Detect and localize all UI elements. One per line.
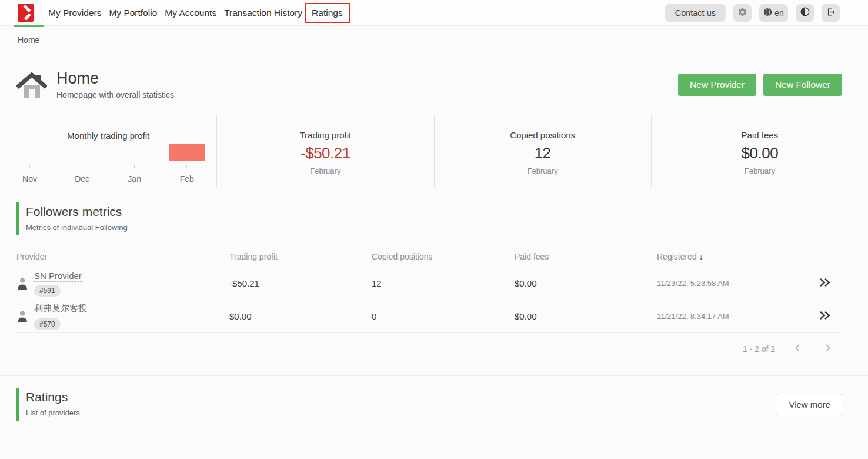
language-label: en	[774, 8, 784, 18]
paid-fees-cell: Paid fees $0.00 February	[651, 115, 868, 188]
theme-toggle-button[interactable]	[796, 4, 814, 22]
cell-paid-fees: $0.00	[515, 278, 657, 288]
breadcrumb[interactable]: Home	[18, 35, 39, 45]
row-details-button[interactable]	[819, 278, 842, 289]
chevron-right-icon	[822, 342, 833, 355]
table-header-row: Provider Trading profit Copied positions…	[16, 246, 842, 267]
new-provider-button[interactable]: New Provider	[678, 74, 756, 96]
annotation-highlight-box: Ratings	[305, 3, 350, 23]
breadcrumb-bar: Home	[0, 26, 868, 54]
provider-name-link[interactable]: 利弗莫尔客投	[34, 303, 87, 315]
stat-period: February	[310, 167, 340, 175]
provider-name-link[interactable]: SN Provider	[34, 271, 82, 282]
col-trading-profit: Trading profit	[229, 252, 372, 261]
row-details-button[interactable]	[819, 311, 842, 322]
monthly-trading-profit-cell: Monthly trading profit NovDecJanFeb	[0, 115, 216, 188]
chart-tick-label: Jan	[108, 174, 161, 184]
stat-value: -$50.21	[301, 144, 350, 162]
settings-button[interactable]	[733, 4, 752, 22]
exit-icon	[826, 7, 836, 19]
trading-profit-cell: Trading profit -$50.21 February	[216, 115, 433, 188]
stat-label: Copied positions	[510, 130, 575, 140]
page-header-titles: Home Homepage with overall statistics	[56, 69, 174, 99]
active-tab-indicator	[14, 25, 44, 27]
chart-tick-mark	[186, 165, 187, 168]
provider-id-badge: #591	[34, 285, 61, 297]
chart-title: Monthly trading profit	[0, 115, 216, 141]
provider-cell: SN Provider #591	[16, 271, 229, 297]
section-title: Ratings	[26, 390, 80, 404]
col-provider: Provider	[16, 252, 229, 261]
col-registered[interactable]: Registered↓	[657, 252, 812, 261]
chart-ticks	[4, 165, 213, 168]
table-row: 利弗莫尔客投 #570 $0.00 0 $0.00 11/21/22, 8:34…	[16, 300, 842, 333]
chart-tick-mark	[134, 165, 135, 168]
logout-button[interactable]	[822, 4, 840, 22]
stat-value: 12	[535, 144, 551, 162]
overall-stats-row: Monthly trading profit NovDecJanFeb Trad…	[0, 115, 868, 188]
page-header: Home Homepage with overall statistics Ne…	[0, 54, 868, 115]
stat-label: Trading profit	[299, 130, 351, 140]
page-title: Home	[56, 69, 174, 88]
chart-bar	[169, 144, 205, 161]
followers-table: Provider Trading profit Copied positions…	[16, 246, 842, 333]
nav-my-accounts[interactable]: My Accounts	[165, 8, 216, 18]
followers-metrics-section: Followers metrics Metrics of individual …	[0, 202, 868, 356]
brand-logo-icon[interactable]	[18, 4, 34, 22]
section-subtitle: Metrics of individual Following	[26, 223, 842, 232]
chart-tick-label: Dec	[56, 174, 108, 184]
nav-ratings[interactable]: Ratings	[312, 8, 343, 18]
language-button[interactable]: en	[759, 4, 788, 22]
nav-transaction-history[interactable]: Transaction History	[224, 8, 302, 18]
new-follower-button[interactable]: New Follower	[763, 74, 842, 96]
stat-period: February	[745, 167, 775, 175]
view-more-button[interactable]: View more	[777, 394, 842, 415]
col-paid-fees: Paid fees	[515, 252, 657, 261]
cell-copied-positions: 12	[372, 278, 515, 288]
page-subtitle: Homepage with overall statistics	[56, 90, 174, 99]
cell-trading-profit: $0.00	[229, 311, 372, 321]
chart-tick-mark	[82, 165, 82, 168]
sort-desc-icon: ↓	[699, 252, 703, 261]
cell-copied-positions: 0	[372, 311, 515, 321]
double-chevron-icon	[819, 311, 832, 322]
copied-positions-cell: Copied positions 12 February	[434, 115, 651, 188]
stat-value: $0.00	[742, 144, 779, 162]
col-copied-positions: Copied positions	[372, 252, 515, 261]
col-registered-label: Registered	[657, 252, 697, 261]
stat-label: Paid fees	[742, 130, 779, 140]
chart-x-labels: NovDecJanFeb	[4, 174, 213, 184]
contact-us-button[interactable]: Contact us	[665, 4, 726, 22]
house-icon	[16, 71, 47, 99]
person-icon	[16, 277, 28, 290]
double-chevron-icon	[819, 278, 832, 289]
monthly-profit-chart: Monthly trading profit NovDecJanFeb	[0, 115, 216, 188]
pagination-prev-button[interactable]	[792, 341, 804, 356]
chart-tick-label: Feb	[161, 174, 213, 184]
chevron-left-icon	[793, 342, 803, 355]
person-icon	[16, 310, 28, 323]
provider-id-badge: #570	[34, 318, 61, 330]
pagination: 1 - 2 of 2	[16, 341, 834, 356]
section-title: Followers metrics	[26, 205, 842, 219]
ratings-heading: Ratings List of providers	[16, 388, 80, 421]
cell-trading-profit: -$50.21	[229, 278, 372, 288]
cell-registered: 11/23/22, 5:23:58 AM	[657, 279, 812, 288]
pagination-range-label: 1 - 2 of 2	[743, 344, 775, 354]
nav-my-providers[interactable]: My Providers	[48, 8, 101, 18]
contrast-icon	[800, 7, 810, 18]
provider-cell: 利弗莫尔客投 #570	[16, 303, 229, 330]
nav-my-portfolio[interactable]: My Portfolio	[109, 8, 157, 18]
table-row: SN Provider #591 -$50.21 12 $0.00 11/23/…	[16, 267, 842, 300]
chart-tick-mark	[29, 165, 30, 168]
stat-period: February	[528, 167, 558, 175]
cell-paid-fees: $0.00	[515, 311, 657, 321]
globe-icon	[763, 8, 772, 18]
header-actions: New Provider New Follower	[678, 74, 842, 96]
navbar-actions: Contact us en	[665, 4, 840, 22]
main-nav: My Providers My Portfolio My Accounts Tr…	[48, 3, 345, 23]
cell-registered: 11/21/22, 8:34:17 AM	[657, 312, 812, 321]
ratings-section: Ratings List of providers View more	[0, 375, 868, 433]
gear-icon	[737, 7, 747, 19]
pagination-next-button[interactable]	[821, 341, 834, 356]
